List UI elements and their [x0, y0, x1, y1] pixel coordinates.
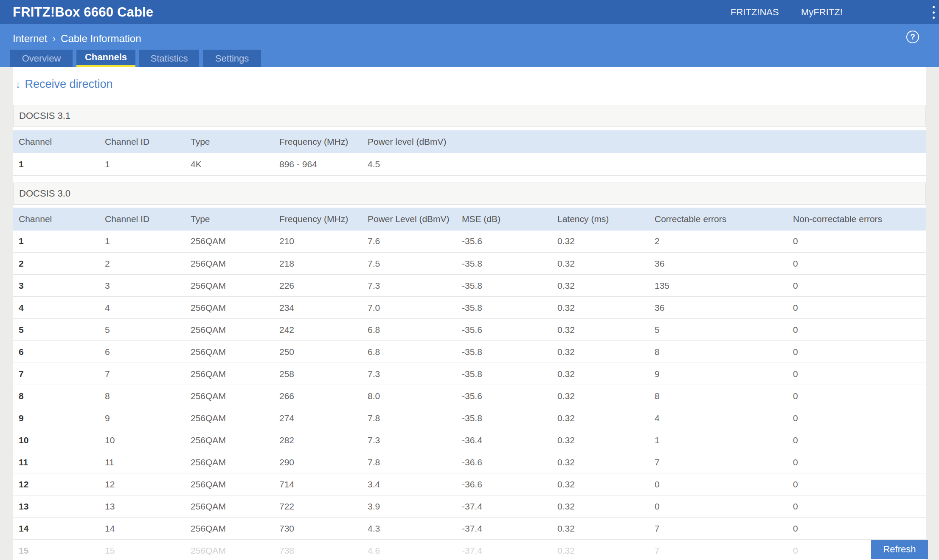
column-header: Type — [185, 130, 274, 153]
table-cell: 1 — [649, 429, 787, 451]
table-cell: 7.0 — [362, 297, 456, 319]
content-card: ↓ Receive direction DOCSIS 3.1 Channel C… — [13, 67, 926, 560]
table-cell: 0 — [787, 385, 926, 407]
table-cell: 4 — [99, 297, 185, 319]
table-cell: 4K — [185, 153, 274, 175]
table-cell: -35.8 — [456, 275, 552, 297]
tab-channels[interactable]: Channels — [76, 50, 135, 67]
table-cell: 0.32 — [552, 407, 649, 429]
table-cell: -37.4 — [456, 495, 552, 518]
refresh-button[interactable]: Refresh — [871, 540, 928, 559]
table-cell: 256QAM — [185, 473, 274, 495]
table-cell: 256QAM — [185, 385, 274, 407]
table-cell: -36.6 — [456, 451, 552, 473]
column-header: Correctable errors — [649, 208, 787, 231]
breadcrumb-page: Cable Information — [61, 33, 141, 45]
table-cell: 7 — [13, 363, 99, 385]
table-cell: 7.5 — [362, 253, 456, 275]
table-cell: -37.4 — [456, 518, 552, 540]
table-cell: 5 — [649, 319, 787, 341]
table-cell: 0 — [787, 451, 926, 473]
table-cell: 0.32 — [552, 495, 649, 518]
table-cell: 1 — [99, 153, 185, 175]
fritznas-link[interactable]: FRITZ!NAS — [731, 0, 779, 24]
table-cell: 8 — [649, 341, 787, 363]
table-cell: 11 — [13, 451, 99, 473]
receive-direction-label: Receive direction — [25, 78, 113, 91]
table-cell: 9 — [13, 407, 99, 429]
tab-settings[interactable]: Settings — [203, 50, 261, 67]
table-cell: -36.6 — [456, 473, 552, 495]
table-row: 33256QAM2267.3-35.80.321350 — [13, 275, 926, 297]
myfritz-link[interactable]: MyFRITZ! — [801, 0, 843, 24]
table-row: 1414256QAM7304.3-37.40.3270 — [13, 518, 926, 540]
table-cell: -35.6 — [456, 385, 552, 407]
table-cell: -35.8 — [456, 253, 552, 275]
table-cell: 4.6 — [362, 540, 456, 560]
table-cell: 0.32 — [552, 385, 649, 407]
table-cell: 12 — [99, 473, 185, 495]
table-cell: 3 — [13, 275, 99, 297]
kebab-menu-icon[interactable] — [933, 6, 935, 19]
table-cell: 7.3 — [362, 275, 456, 297]
tab-statistics[interactable]: Statistics — [139, 50, 199, 67]
table-cell: 714 — [274, 473, 362, 495]
table-cell: 0 — [787, 495, 926, 518]
table-cell: 4 — [13, 297, 99, 319]
table-row: 114K896 - 9644.5 — [13, 153, 926, 175]
column-header: Channel ID — [99, 208, 185, 231]
table-cell: 6.8 — [362, 341, 456, 363]
table-cell: 256QAM — [185, 363, 274, 385]
table-row: 66256QAM2506.8-35.80.3280 — [13, 341, 926, 363]
table-cell: 210 — [274, 231, 362, 253]
table-cell: 256QAM — [185, 495, 274, 518]
table-cell: -35.8 — [456, 407, 552, 429]
table-cell: 7.3 — [362, 429, 456, 451]
table-cell: 0 — [787, 429, 926, 451]
table-cell: 0.32 — [552, 429, 649, 451]
table-cell: 13 — [99, 495, 185, 518]
table-cell: 6.8 — [362, 319, 456, 341]
table-cell: 896 - 964 — [274, 153, 362, 175]
chevron-right-icon: › — [52, 33, 56, 45]
table-cell: 10 — [13, 429, 99, 451]
table-cell: 7 — [649, 518, 787, 540]
table-cell: 5 — [99, 319, 185, 341]
docsis31-header-row: Channel Channel ID Type Frequency (MHz) … — [13, 130, 926, 153]
table-cell: -35.8 — [456, 297, 552, 319]
tab-overview[interactable]: Overview — [10, 50, 73, 67]
table-cell: 234 — [274, 297, 362, 319]
table-cell: 6 — [99, 341, 185, 363]
column-header: Non-correctable errors — [787, 208, 926, 231]
table-cell: 0.32 — [552, 253, 649, 275]
arrow-down-icon: ↓ — [15, 78, 21, 90]
table-cell: 4.5 — [362, 153, 926, 175]
breadcrumb: Internet › Cable Information — [13, 33, 141, 45]
breadcrumb-section[interactable]: Internet — [13, 33, 47, 45]
table-cell: 258 — [274, 363, 362, 385]
table-cell: -36.4 — [456, 429, 552, 451]
table-row: 1010256QAM2827.3-36.40.3210 — [13, 429, 926, 451]
receive-direction-toggle[interactable]: ↓ Receive direction — [13, 67, 926, 91]
table-cell: 7 — [649, 451, 787, 473]
table-cell: 3 — [99, 275, 185, 297]
main-content: ↓ Receive direction DOCSIS 3.1 Channel C… — [0, 67, 939, 560]
table-row: 1111256QAM2907.8-36.60.3270 — [13, 451, 926, 473]
table-cell: 0.32 — [552, 518, 649, 540]
table-cell: 13 — [13, 495, 99, 518]
table-cell: 10 — [99, 429, 185, 451]
table-cell: 3.4 — [362, 473, 456, 495]
docsis30-caption: DOCSIS 3.0 — [13, 183, 926, 205]
help-icon[interactable]: ? — [906, 31, 919, 43]
table-cell: 0 — [649, 495, 787, 518]
table-cell: 9 — [99, 407, 185, 429]
table-cell: 256QAM — [185, 407, 274, 429]
table-cell: -35.6 — [456, 319, 552, 341]
table-cell: 274 — [274, 407, 362, 429]
table-cell: 0.32 — [552, 275, 649, 297]
table-cell: 256QAM — [185, 297, 274, 319]
table-cell: 8.0 — [362, 385, 456, 407]
table-cell: 7.8 — [362, 407, 456, 429]
table-cell: 0 — [787, 473, 926, 495]
table-cell: 36 — [649, 297, 787, 319]
